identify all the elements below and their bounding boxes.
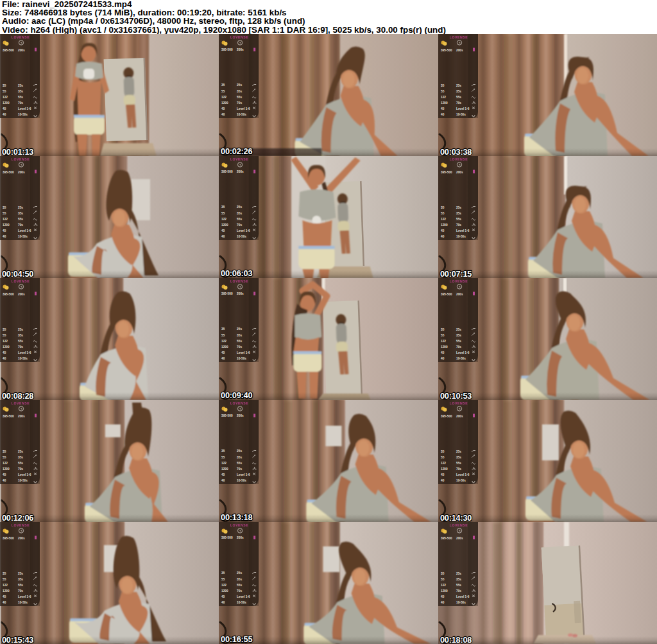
svg-text:10-50s: 10-50s bbox=[18, 113, 28, 116]
svg-text:Level 1-6: Level 1-6 bbox=[237, 229, 250, 232]
svg-text:LOVENSE: LOVENSE bbox=[12, 279, 30, 283]
svg-text:395-500: 395-500 bbox=[3, 293, 14, 296]
svg-text:200s: 200s bbox=[456, 171, 463, 174]
svg-text:122: 122 bbox=[221, 584, 226, 587]
svg-text:395-500: 395-500 bbox=[221, 415, 233, 418]
svg-text:45: 45 bbox=[441, 351, 445, 354]
svg-text:395-500: 395-500 bbox=[221, 49, 233, 52]
svg-text:00:06:03: 00:06:03 bbox=[221, 269, 252, 278]
svg-text:395-500: 395-500 bbox=[3, 49, 14, 52]
svg-text:35: 35 bbox=[221, 450, 225, 453]
svg-text:200s: 200s bbox=[18, 171, 25, 174]
svg-text:55: 55 bbox=[3, 456, 6, 459]
svg-text:35s: 35s bbox=[456, 212, 461, 215]
svg-text:55: 55 bbox=[3, 334, 6, 337]
svg-text:35: 35 bbox=[3, 84, 6, 87]
svg-text:00:09:40: 00:09:40 bbox=[221, 391, 252, 400]
svg-text:1200: 1200 bbox=[3, 345, 10, 349]
svg-text:35s: 35s bbox=[237, 578, 242, 581]
svg-text:40: 40 bbox=[221, 357, 225, 360]
svg-text:122: 122 bbox=[221, 96, 226, 99]
svg-text:35: 35 bbox=[221, 206, 225, 209]
svg-text:200s: 200s bbox=[237, 171, 244, 174]
svg-text:55: 55 bbox=[3, 212, 6, 215]
svg-text:10-50s: 10-50s bbox=[456, 235, 466, 238]
svg-text:LOVENSE: LOVENSE bbox=[12, 523, 30, 527]
svg-text:70s: 70s bbox=[237, 223, 242, 227]
svg-text:10-50s: 10-50s bbox=[18, 235, 28, 238]
svg-text:122: 122 bbox=[221, 462, 226, 465]
svg-text:55: 55 bbox=[221, 334, 225, 337]
svg-text:122: 122 bbox=[441, 96, 446, 99]
svg-text:1200: 1200 bbox=[441, 467, 448, 471]
svg-text:45: 45 bbox=[3, 229, 6, 232]
svg-text:35s: 35s bbox=[237, 212, 242, 215]
svg-text:35: 35 bbox=[441, 84, 445, 87]
svg-text:122: 122 bbox=[3, 96, 8, 99]
svg-text:Level 1-6: Level 1-6 bbox=[18, 229, 31, 232]
svg-text:70s: 70s bbox=[18, 223, 23, 227]
svg-text:70s: 70s bbox=[456, 345, 461, 349]
svg-text:40: 40 bbox=[3, 113, 6, 116]
svg-text:00:02:26: 00:02:26 bbox=[221, 147, 252, 156]
svg-text:55: 55 bbox=[3, 578, 6, 581]
svg-text:25s: 25s bbox=[18, 206, 23, 209]
svg-text:55: 55 bbox=[221, 456, 225, 459]
svg-text:40: 40 bbox=[3, 235, 6, 238]
svg-text:25s: 25s bbox=[237, 450, 242, 453]
svg-text:200s: 200s bbox=[18, 49, 25, 52]
svg-text:70s: 70s bbox=[456, 589, 461, 593]
svg-text:LOVENSE: LOVENSE bbox=[230, 523, 248, 527]
svg-text:35s: 35s bbox=[18, 212, 23, 215]
svg-text:45: 45 bbox=[3, 351, 6, 354]
svg-text:1200: 1200 bbox=[441, 223, 448, 227]
svg-text:1200: 1200 bbox=[441, 589, 448, 593]
svg-text:10-50s: 10-50s bbox=[237, 357, 246, 360]
svg-text:40: 40 bbox=[221, 113, 225, 116]
svg-text:10-50s: 10-50s bbox=[237, 235, 246, 238]
svg-text:00:04:50: 00:04:50 bbox=[2, 269, 33, 279]
svg-text:25s: 25s bbox=[456, 206, 461, 209]
svg-text:1200: 1200 bbox=[3, 589, 10, 593]
svg-text:55s: 55s bbox=[18, 96, 23, 99]
svg-text:200s: 200s bbox=[237, 415, 244, 418]
svg-text:Level 1-6: Level 1-6 bbox=[456, 473, 470, 476]
svg-text:LOVENSE: LOVENSE bbox=[450, 157, 468, 161]
svg-text:395-500: 395-500 bbox=[3, 537, 14, 540]
svg-text:200s: 200s bbox=[18, 415, 25, 418]
svg-text:55: 55 bbox=[441, 334, 445, 337]
svg-text:25s: 25s bbox=[18, 328, 23, 331]
svg-text:55: 55 bbox=[441, 212, 445, 215]
svg-text:00:13:18: 00:13:18 bbox=[221, 513, 252, 522]
svg-text:35: 35 bbox=[441, 450, 445, 453]
svg-text:00:03:38: 00:03:38 bbox=[440, 147, 472, 157]
svg-text:45: 45 bbox=[221, 351, 225, 354]
svg-text:55s: 55s bbox=[237, 218, 242, 221]
svg-text:70s: 70s bbox=[456, 467, 461, 471]
svg-text:395-500: 395-500 bbox=[441, 537, 452, 540]
svg-text:40: 40 bbox=[3, 357, 6, 360]
svg-text:55: 55 bbox=[441, 456, 445, 459]
svg-text:122: 122 bbox=[3, 462, 8, 465]
svg-text:70s: 70s bbox=[18, 589, 23, 593]
svg-text:Level 1-6: Level 1-6 bbox=[456, 107, 470, 110]
svg-text:LOVENSE: LOVENSE bbox=[230, 35, 248, 39]
svg-text:55: 55 bbox=[441, 578, 445, 581]
svg-text:122: 122 bbox=[441, 340, 446, 343]
svg-text:55s: 55s bbox=[237, 584, 242, 587]
svg-text:00:18:08: 00:18:08 bbox=[440, 635, 472, 644]
svg-text:70s: 70s bbox=[18, 345, 23, 349]
svg-text:1200: 1200 bbox=[441, 345, 448, 349]
svg-text:Level 1-6: Level 1-6 bbox=[237, 107, 250, 110]
svg-text:395-500: 395-500 bbox=[221, 293, 233, 296]
svg-text:35: 35 bbox=[3, 328, 6, 331]
svg-text:10-50s: 10-50s bbox=[18, 357, 28, 360]
svg-text:1200: 1200 bbox=[441, 101, 448, 105]
svg-text:40: 40 bbox=[441, 479, 445, 482]
svg-text:35s: 35s bbox=[18, 334, 23, 337]
svg-text:395-500: 395-500 bbox=[441, 293, 452, 296]
svg-text:395-500: 395-500 bbox=[3, 171, 14, 174]
svg-text:LOVENSE: LOVENSE bbox=[230, 157, 248, 161]
svg-text:122: 122 bbox=[441, 218, 446, 221]
svg-text:00:01:13: 00:01:13 bbox=[2, 147, 33, 157]
